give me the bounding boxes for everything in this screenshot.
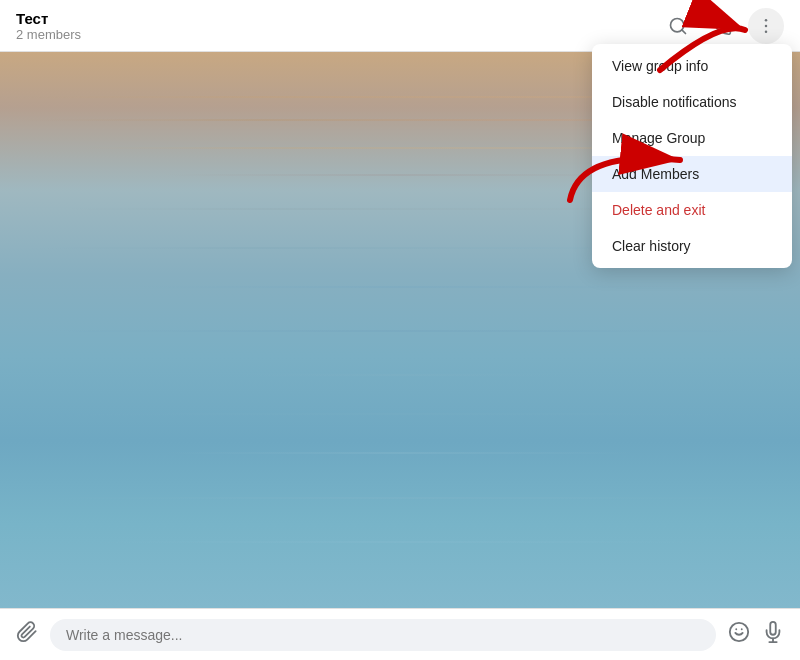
svg-point-2 xyxy=(765,18,768,21)
emoji-icon xyxy=(728,621,750,643)
menu-item-add-members[interactable]: Add Members xyxy=(592,156,792,192)
menu-item-disable-notifications[interactable]: Disable notifications xyxy=(592,84,792,120)
mic-icon xyxy=(762,621,784,643)
menu-item-clear-history[interactable]: Clear history xyxy=(592,228,792,264)
svg-point-4 xyxy=(765,30,768,33)
attachment-icon xyxy=(16,621,38,643)
more-vertical-icon xyxy=(756,16,776,36)
header-actions xyxy=(660,8,784,44)
menu-item-manage-group[interactable]: Manage Group xyxy=(592,120,792,156)
search-icon xyxy=(668,16,688,36)
call-button[interactable] xyxy=(704,8,740,44)
menu-item-delete-and-exit[interactable]: Delete and exit xyxy=(592,192,792,228)
chat-info: Тест 2 members xyxy=(16,10,81,42)
context-menu: View group infoDisable notificationsMana… xyxy=(592,44,792,268)
mic-button[interactable] xyxy=(762,621,784,649)
chat-title: Тест xyxy=(16,10,81,27)
message-bar xyxy=(0,608,800,660)
svg-line-1 xyxy=(682,29,686,33)
search-button[interactable] xyxy=(660,8,696,44)
chat-subtitle: 2 members xyxy=(16,27,81,42)
svg-point-7 xyxy=(730,622,748,640)
attachment-button[interactable] xyxy=(16,621,38,649)
message-input-container[interactable] xyxy=(50,619,716,651)
more-button[interactable] xyxy=(748,8,784,44)
emoji-button[interactable] xyxy=(728,621,750,649)
menu-item-view-group-info[interactable]: View group info xyxy=(592,48,792,84)
phone-icon xyxy=(712,16,732,36)
message-input[interactable] xyxy=(66,627,700,643)
svg-point-3 xyxy=(765,24,768,27)
